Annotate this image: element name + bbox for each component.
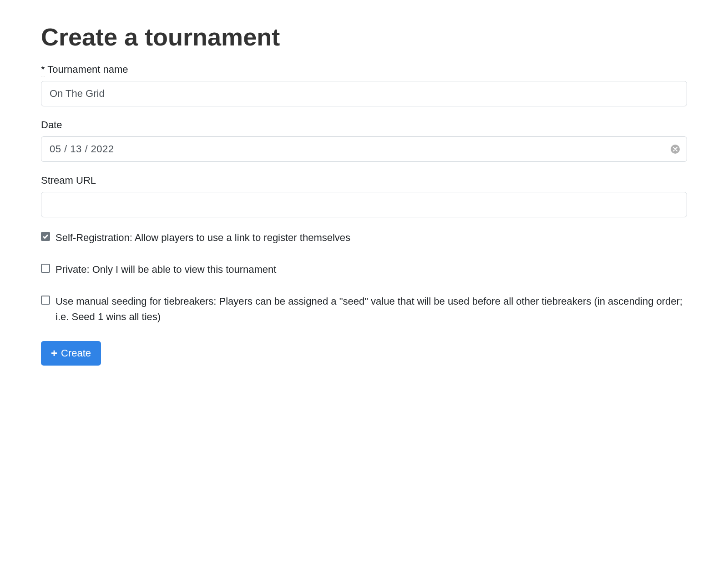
self-registration-label[interactable]: Self-Registration: Allow players to use … [56,230,350,246]
date-input[interactable] [41,136,687,162]
tournament-name-label-text: Tournament name [47,64,128,75]
tournament-name-input[interactable] [41,81,687,106]
plus-icon: + [51,348,57,359]
private-label[interactable]: Private: Only I will be able to view thi… [56,262,276,277]
stream-url-group: Stream URL [41,175,687,217]
date-group: Date [41,119,687,162]
create-button-label: Create [61,347,91,359]
manual-seeding-label[interactable]: Use manual seeding for tiebreakers: Play… [56,294,687,325]
tournament-name-label: * Tournament name [41,64,687,75]
self-registration-checkbox[interactable] [41,232,50,241]
manual-seeding-checkbox[interactable] [41,296,50,305]
stream-url-input[interactable] [41,192,687,217]
date-label: Date [41,119,687,131]
required-mark: * [41,64,45,76]
tournament-name-group: * Tournament name [41,64,687,106]
clear-date-icon[interactable] [671,145,680,154]
stream-url-label: Stream URL [41,175,687,186]
self-registration-group: Self-Registration: Allow players to use … [41,230,687,246]
private-group: Private: Only I will be able to view thi… [41,262,687,277]
create-button[interactable]: + Create [41,341,101,366]
manual-seeding-group: Use manual seeding for tiebreakers: Play… [41,294,687,325]
date-input-wrapper [41,136,687,162]
private-checkbox[interactable] [41,264,50,273]
page-title: Create a tournament [41,23,687,51]
